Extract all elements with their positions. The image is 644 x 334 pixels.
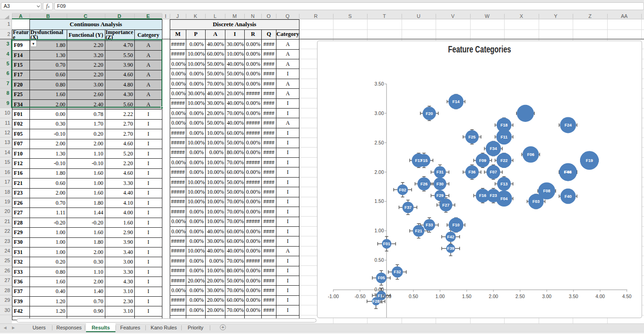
svg-text:4.00: 4.00 xyxy=(595,294,605,299)
svg-text:3.00: 3.00 xyxy=(542,294,552,299)
svg-text:F40: F40 xyxy=(564,194,572,199)
svg-text:F09: F09 xyxy=(479,158,486,163)
svg-text:F11: F11 xyxy=(500,135,507,139)
svg-text:F23: F23 xyxy=(489,193,497,198)
svg-text:-0.50: -0.50 xyxy=(354,294,365,299)
svg-text:F24: F24 xyxy=(564,123,572,127)
svg-text:F39: F39 xyxy=(447,246,454,251)
svg-text:2.00: 2.00 xyxy=(489,294,498,299)
svg-text:F18: F18 xyxy=(500,123,507,127)
svg-text:F22: F22 xyxy=(500,158,507,163)
svg-text:0.00: 0.00 xyxy=(382,294,391,299)
svg-text:1.50: 1.50 xyxy=(462,294,472,299)
svg-text:0.00: 0.00 xyxy=(374,287,384,292)
svg-text:F10: F10 xyxy=(452,223,460,227)
svg-text:2.50: 2.50 xyxy=(374,140,384,145)
svg-text:F30: F30 xyxy=(436,182,443,186)
svg-text:F04: F04 xyxy=(500,196,507,201)
svg-text:F33: F33 xyxy=(426,223,433,227)
svg-text:3.50: 3.50 xyxy=(374,81,384,86)
svg-text:F42: F42 xyxy=(447,235,454,239)
svg-text:F13: F13 xyxy=(500,182,507,186)
svg-text:F27: F27 xyxy=(442,203,449,207)
svg-text:F16: F16 xyxy=(479,193,486,198)
svg-text:0.50: 0.50 xyxy=(374,257,384,263)
svg-text:F28: F28 xyxy=(372,299,380,304)
svg-text:F36: F36 xyxy=(468,170,476,174)
svg-text:1.50: 1.50 xyxy=(374,198,384,204)
svg-text:F02: F02 xyxy=(399,188,406,192)
svg-text:1.00: 1.00 xyxy=(435,294,445,299)
svg-text:3.00: 3.00 xyxy=(374,110,384,116)
svg-text:F31: F31 xyxy=(436,170,443,174)
svg-text:-1.00: -1.00 xyxy=(328,294,339,299)
svg-text:F34: F34 xyxy=(489,146,497,151)
svg-text:3.50: 3.50 xyxy=(569,294,578,299)
svg-text:F26: F26 xyxy=(420,182,427,186)
svg-text:F32: F32 xyxy=(393,270,401,274)
svg-text:F48: F48 xyxy=(564,170,572,174)
svg-text:F37: F37 xyxy=(404,205,412,210)
svg-text:0.50: 0.50 xyxy=(408,294,418,299)
svg-text:F20: F20 xyxy=(426,111,433,116)
svg-text:F07: F07 xyxy=(489,170,497,174)
svg-text:2.50: 2.50 xyxy=(515,294,525,299)
svg-text:F05: F05 xyxy=(378,276,385,280)
svg-text:1.00: 1.00 xyxy=(374,228,384,233)
svg-text:F21: F21 xyxy=(415,229,422,233)
svg-text:F25: F25 xyxy=(468,135,476,139)
svg-text:2.00: 2.00 xyxy=(374,169,384,175)
svg-text:F14: F14 xyxy=(452,99,460,104)
svg-text:F08: F08 xyxy=(543,189,550,193)
svg-text:F03: F03 xyxy=(532,199,540,204)
svg-text:F01: F01 xyxy=(383,242,390,246)
svg-text:F29: F29 xyxy=(436,193,443,198)
svg-text:Feature Categories: Feature Categories xyxy=(448,44,511,54)
svg-text:4.50: 4.50 xyxy=(622,294,632,299)
svg-text:F19: F19 xyxy=(586,158,593,163)
svg-text:F06: F06 xyxy=(527,152,534,157)
svg-text:F17: F17 xyxy=(415,158,422,163)
